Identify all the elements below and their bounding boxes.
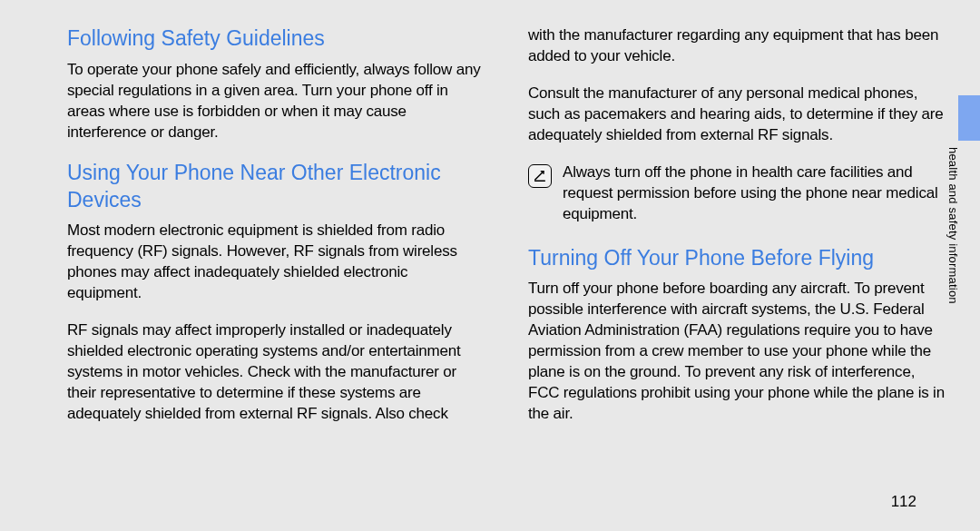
heading-electronic-devices: Using Your Phone Near Other Electronic D… — [67, 160, 485, 214]
section-tab — [958, 95, 980, 141]
paragraph: Turn off your phone before boarding any … — [528, 279, 946, 425]
page-number: 112 — [891, 493, 916, 511]
paragraph: To operate your phone safely and efficie… — [67, 60, 485, 143]
paragraph: Most modern electronic equipment is shie… — [67, 221, 485, 304]
note-text: Always turn off the phone in health care… — [563, 162, 946, 225]
note-block: Always turn off the phone in health care… — [528, 162, 946, 225]
paragraph-continuation: with the manufacturer regarding any equi… — [528, 25, 946, 67]
heading-flying: Turning Off Your Phone Before Flying — [528, 245, 946, 272]
left-column: Following Safety Guidelines To operate y… — [67, 25, 485, 513]
note-icon — [528, 164, 552, 188]
paragraph: Consult the manufacturer of any personal… — [528, 84, 946, 146]
heading-safety-guidelines: Following Safety Guidelines — [67, 25, 485, 53]
document-page: Following Safety Guidelines To operate y… — [0, 0, 980, 531]
paragraph: RF signals may affect improperly install… — [67, 320, 485, 425]
side-section-label: health and safety information — [946, 147, 960, 304]
right-column: with the manufacturer regarding any equi… — [528, 25, 946, 513]
